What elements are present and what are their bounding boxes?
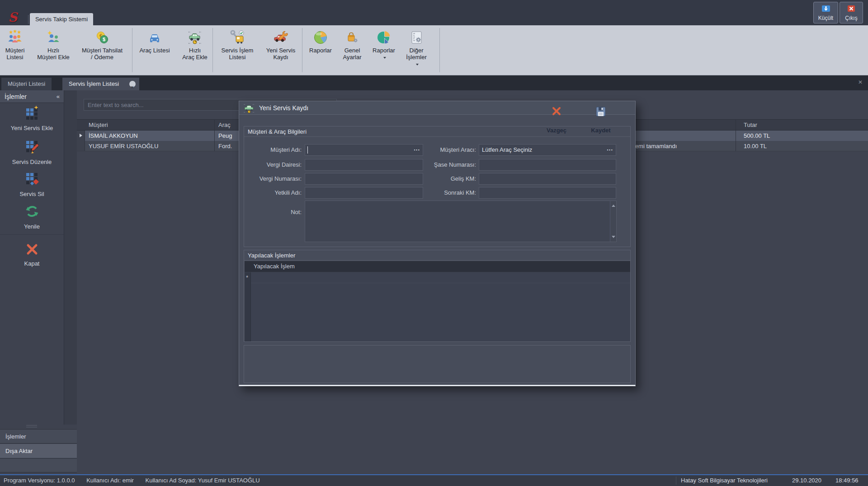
label-gelis-km: Geliş KM: xyxy=(421,173,476,185)
column-header-arac[interactable]: Araç xyxy=(218,120,231,130)
ribbon-group-separator xyxy=(212,28,213,72)
quick-add-car-icon xyxy=(187,30,203,45)
tab-close-icon[interactable] xyxy=(129,81,136,87)
divider xyxy=(0,234,64,235)
column-header-musteri[interactable]: Müşteri xyxy=(89,120,108,130)
dialog-grid-body[interactable]: * xyxy=(245,272,630,341)
yetkili-adi-field[interactable] xyxy=(305,187,423,199)
dialog-button-panel xyxy=(244,345,631,383)
column-separator xyxy=(214,119,215,151)
label-yetkili-adi: Yetkili Adı: xyxy=(244,187,302,199)
sonraki-km-field[interactable] xyxy=(479,187,616,199)
musteri-araci-field[interactable]: Lütfen Araç Seçiniz ... xyxy=(479,144,616,156)
service-list-icon xyxy=(230,30,245,45)
not-textarea[interactable] xyxy=(305,201,617,242)
scroll-down-icon[interactable] xyxy=(612,236,615,240)
vergi-numarasi-field[interactable] xyxy=(305,173,423,185)
ribbon-musteri-tahsilat-button[interactable]: € $ Müşteri Tahsilat/ Ödeme xyxy=(76,26,128,74)
label-sase-numarasi: Şase Numarası: xyxy=(421,159,476,171)
cancel-x-icon xyxy=(551,106,562,117)
label-musteri-araci: Müşteri Aracı: xyxy=(421,144,476,156)
ribbon-hizli-musteri-ekle-button[interactable]: HızlıMüşteri Ekle xyxy=(33,26,74,74)
grid-new-star-icon xyxy=(25,106,39,120)
text-cursor xyxy=(307,146,308,154)
car-list-icon xyxy=(147,30,162,45)
program-version: Program Versiyonu: 1.0.0.0 xyxy=(4,477,75,484)
cancel-button[interactable]: Vazgeç xyxy=(538,104,575,136)
group-yapilacak-islemler: Yapılacak İşlemler Yapılacak İşlem * xyxy=(244,250,631,342)
cell-tutar: 10.00 TL xyxy=(744,141,767,151)
collapse-chevron-icon[interactable] xyxy=(57,90,60,103)
dropdown-caret-icon xyxy=(416,64,419,67)
sidebar-group-disa-aktar[interactable]: Dışa Aktar xyxy=(0,444,77,458)
ribbon-servis-islem-listesi-button[interactable]: Servis İşlemListesi xyxy=(214,26,260,74)
reports-pie-flat-icon xyxy=(376,30,392,45)
splitter-grip[interactable] xyxy=(26,425,37,427)
sidebar-group-islemler[interactable]: İşlemler xyxy=(0,429,77,444)
column-separator xyxy=(736,119,736,151)
save-floppy-icon xyxy=(595,106,607,117)
musteri-adi-lookup-button[interactable]: ... xyxy=(414,143,420,154)
customers-icon xyxy=(7,30,23,45)
divider xyxy=(64,90,64,425)
ribbon-yeni-servis-kaydi-button[interactable]: Yeni ServisKaydı xyxy=(259,26,303,74)
ribbon-arac-listesi-button[interactable]: Araç Listesi xyxy=(134,26,175,74)
sidebar-item-yenile[interactable]: Yenile xyxy=(0,204,64,230)
cell-durum: lemi tamamlandı xyxy=(634,141,677,151)
app-logo[interactable]: S xyxy=(8,10,17,25)
dialog-grid-header[interactable]: Yapılacak İşlem xyxy=(245,261,630,272)
musteri-araci-lookup-button[interactable]: ... xyxy=(607,143,613,154)
reports-pie-icon xyxy=(313,30,328,45)
minimize-icon xyxy=(821,5,830,12)
label-musteri-adi: Müşteri Adı: xyxy=(244,144,302,156)
status-date: 29.10.2020 xyxy=(792,475,821,486)
group-caption: Yapılacak İşlemler xyxy=(244,250,630,261)
status-left: Program Versiyonu: 1.0.0.0 Kullanıcı Adı… xyxy=(4,475,270,486)
label-sonraki-km: Sonraki KM: xyxy=(421,187,476,199)
sidebar-gutter xyxy=(64,90,77,425)
sidebar-item-kapat[interactable]: Kapat xyxy=(0,243,64,267)
ribbon-musteri-listesi-button[interactable]: MüşteriListesi xyxy=(0,26,29,74)
grid-edit-pencil-icon xyxy=(25,140,39,154)
yeni-servis-kaydi-dialog: Yeni Servis Kaydı Müşteri & Araç Bilgile… xyxy=(239,101,636,386)
ribbon-raporlar-dropdown-button[interactable]: Raporlar xyxy=(367,26,401,74)
tab-musteri-listesi[interactable]: Müşteri Listesi xyxy=(1,78,52,90)
other-operations-icon xyxy=(409,30,424,45)
username: Kullanıcı Adı: emir xyxy=(86,477,134,484)
new-row-marker: * xyxy=(246,274,248,281)
minimize-button[interactable]: Küçült xyxy=(813,2,838,23)
tabbar-close-icon[interactable] xyxy=(858,79,863,85)
exit-icon xyxy=(847,5,856,12)
ribbon-genel-ayarlar-button[interactable]: GenelAyarlar xyxy=(336,26,368,74)
dialog-titlebar[interactable]: Yeni Servis Kaydı xyxy=(239,101,635,115)
ribbon-diger-islemler-button[interactable]: Diğerİşlemler xyxy=(399,26,434,74)
exit-button[interactable]: Çıkış xyxy=(840,2,863,23)
label-vergi-dairesi: Vergi Dairesi: xyxy=(244,159,302,171)
gelis-km-field[interactable] xyxy=(479,173,616,185)
tab-servis-islem-listesi[interactable]: Servis İşlem Listesi xyxy=(62,78,139,90)
sase-numarasi-field[interactable] xyxy=(479,159,616,171)
sidebar-item-servis-duzenle[interactable]: Servis Düzenle xyxy=(0,140,64,165)
sidebar: İşlemler Yeni Servis Ekle Servis Düzenle xyxy=(0,90,77,474)
ribbon-group-separator xyxy=(439,28,440,72)
dialog-title: Yeni Servis Kaydı xyxy=(259,101,308,115)
sidebar-header[interactable]: İşlemler xyxy=(0,90,64,103)
new-row[interactable] xyxy=(251,272,630,283)
ribbon-hizli-arac-ekle-button[interactable]: HızlıAraç Ekle xyxy=(175,26,214,74)
document-tabbar: Müşteri Listesi Servis İşlem Listesi xyxy=(0,75,868,90)
ribbon-toolbar: MüşteriListesi HızlıMüşteri Ekle € $ Müş… xyxy=(0,25,868,75)
status-bar: Program Versiyonu: 1.0.0.0 Kullanıcı Adı… xyxy=(0,474,868,486)
ribbon-tab-servis-takip[interactable]: Servis Takip Sistemi xyxy=(30,13,93,25)
save-button[interactable]: Kaydet xyxy=(583,104,618,136)
scrollbar[interactable] xyxy=(610,201,616,242)
scroll-up-icon[interactable] xyxy=(612,203,615,207)
sidebar-item-yeni-servis-ekle[interactable]: Yeni Servis Ekle xyxy=(0,106,64,131)
current-row-arrow-icon xyxy=(80,134,84,137)
vergi-dairesi-field[interactable] xyxy=(305,159,423,171)
column-header-tutar[interactable]: Tutar xyxy=(744,120,757,130)
cell-musteri: YUSUF EMİR USTAOĞLU xyxy=(89,141,158,151)
ribbon-raporlar-button[interactable]: Raporlar xyxy=(306,26,335,74)
sidebar-item-servis-sil[interactable]: Servis Sil xyxy=(0,172,64,197)
musteri-adi-field[interactable]: ... xyxy=(305,144,423,156)
svg-text:$: $ xyxy=(103,37,105,42)
